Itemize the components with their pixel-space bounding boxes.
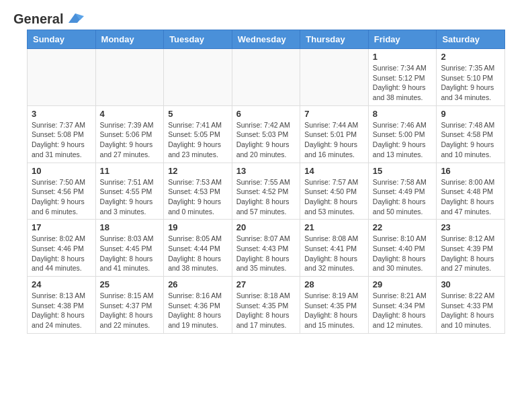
calendar-table: SundayMondayTuesdayWednesdayThursdayFrid…: [27, 30, 505, 334]
day-number: 26: [168, 279, 228, 289]
calendar-cell: 24Sunrise: 8:13 AMSunset: 4:38 PMDayligh…: [28, 277, 96, 334]
day-number: 4: [100, 109, 160, 119]
day-number: 5: [168, 109, 228, 119]
calendar-cell: [164, 49, 232, 106]
calendar-cell: 29Sunrise: 8:21 AMSunset: 4:34 PMDayligh…: [368, 277, 437, 334]
day-info: Sunrise: 8:13 AMSunset: 4:38 PMDaylight:…: [32, 291, 91, 330]
day-info: Sunrise: 7:55 AMSunset: 4:52 PMDaylight:…: [236, 177, 296, 217]
logo-general: General: [13, 11, 63, 27]
day-info: Sunrise: 7:35 AMSunset: 5:10 PMDaylight:…: [441, 63, 500, 103]
day-info: Sunrise: 8:18 AMSunset: 4:35 PMDaylight:…: [236, 291, 296, 330]
day-info: Sunrise: 7:42 AMSunset: 5:03 PMDaylight:…: [236, 120, 296, 160]
calendar-week-4: 24Sunrise: 8:13 AMSunset: 4:38 PMDayligh…: [28, 277, 505, 334]
calendar-cell: 13Sunrise: 7:55 AMSunset: 4:52 PMDayligh…: [232, 163, 300, 220]
day-info: Sunrise: 7:34 AMSunset: 5:12 PMDaylight:…: [373, 63, 433, 103]
calendar-week-3: 17Sunrise: 8:02 AMSunset: 4:46 PMDayligh…: [28, 220, 505, 277]
day-number: 29: [373, 279, 433, 289]
day-number: 2: [441, 52, 500, 62]
calendar-cell: 22Sunrise: 8:10 AMSunset: 4:40 PMDayligh…: [368, 220, 437, 277]
day-number: 25: [100, 279, 160, 289]
calendar-wrapper: SundayMondayTuesdayWednesdayThursdayFrid…: [0, 30, 532, 347]
day-info: Sunrise: 8:22 AMSunset: 4:33 PMDaylight:…: [441, 291, 500, 330]
calendar-cell: 2Sunrise: 7:35 AMSunset: 5:10 PMDaylight…: [437, 49, 505, 106]
calendar-header-tuesday: Tuesday: [164, 30, 232, 49]
day-info: Sunrise: 8:07 AMSunset: 4:43 PMDaylight:…: [236, 234, 296, 273]
logo-bird-icon: [65, 11, 85, 27]
day-number: 9: [441, 109, 500, 119]
day-number: 10: [32, 166, 91, 176]
calendar-week-0: 1Sunrise: 7:34 AMSunset: 5:12 PMDaylight…: [28, 49, 505, 106]
calendar-cell: 11Sunrise: 7:51 AMSunset: 4:55 PMDayligh…: [95, 163, 164, 220]
day-info: Sunrise: 7:51 AMSunset: 4:55 PMDaylight:…: [100, 177, 160, 217]
page-container: General SundayMondayTuesdayWednesdayThur…: [0, 0, 532, 347]
calendar-cell: 14Sunrise: 7:57 AMSunset: 4:50 PMDayligh…: [300, 163, 369, 220]
calendar-cell: 12Sunrise: 7:53 AMSunset: 4:53 PMDayligh…: [164, 163, 232, 220]
day-info: Sunrise: 7:53 AMSunset: 4:53 PMDaylight:…: [168, 177, 228, 217]
calendar-header-thursday: Thursday: [300, 30, 369, 49]
calendar-cell: 28Sunrise: 8:19 AMSunset: 4:35 PMDayligh…: [300, 277, 369, 334]
logo-text: General: [13, 11, 85, 24]
calendar-cell: [95, 49, 164, 106]
calendar-cell: 25Sunrise: 8:15 AMSunset: 4:37 PMDayligh…: [95, 277, 164, 334]
day-info: Sunrise: 7:46 AMSunset: 5:00 PMDaylight:…: [373, 120, 433, 160]
calendar-cell: 21Sunrise: 8:08 AMSunset: 4:41 PMDayligh…: [300, 220, 369, 277]
day-info: Sunrise: 8:00 AMSunset: 4:48 PMDaylight:…: [441, 177, 500, 217]
calendar-cell: 26Sunrise: 8:16 AMSunset: 4:36 PMDayligh…: [164, 277, 232, 334]
day-info: Sunrise: 8:19 AMSunset: 4:35 PMDaylight:…: [304, 291, 364, 330]
day-number: 19: [168, 222, 228, 232]
calendar-cell: 6Sunrise: 7:42 AMSunset: 5:03 PMDaylight…: [232, 105, 300, 163]
calendar-cell: 17Sunrise: 8:02 AMSunset: 4:46 PMDayligh…: [28, 220, 96, 277]
calendar-cell: 9Sunrise: 7:48 AMSunset: 4:58 PMDaylight…: [437, 105, 505, 163]
calendar-cell: [300, 49, 369, 106]
day-info: Sunrise: 8:02 AMSunset: 4:46 PMDaylight:…: [32, 234, 91, 273]
day-info: Sunrise: 7:39 AMSunset: 5:06 PMDaylight:…: [100, 120, 160, 160]
day-number: 15: [373, 166, 433, 176]
day-info: Sunrise: 7:48 AMSunset: 4:58 PMDaylight:…: [441, 120, 500, 160]
day-number: 17: [32, 222, 91, 232]
day-number: 11: [100, 166, 160, 176]
calendar-cell: 23Sunrise: 8:12 AMSunset: 4:39 PMDayligh…: [437, 220, 505, 277]
calendar-header-saturday: Saturday: [437, 30, 505, 49]
day-number: 8: [373, 109, 433, 119]
day-number: 6: [236, 109, 296, 119]
day-info: Sunrise: 8:12 AMSunset: 4:39 PMDaylight:…: [441, 234, 500, 273]
day-number: 7: [304, 109, 364, 119]
day-number: 13: [236, 166, 296, 176]
calendar-cell: 10Sunrise: 7:50 AMSunset: 4:56 PMDayligh…: [28, 163, 96, 220]
calendar-cell: 8Sunrise: 7:46 AMSunset: 5:00 PMDaylight…: [368, 105, 437, 163]
calendar-week-1: 3Sunrise: 7:37 AMSunset: 5:08 PMDaylight…: [28, 105, 505, 163]
calendar-cell: [232, 49, 300, 106]
calendar-cell: 16Sunrise: 8:00 AMSunset: 4:48 PMDayligh…: [437, 163, 505, 220]
calendar-week-2: 10Sunrise: 7:50 AMSunset: 4:56 PMDayligh…: [28, 163, 505, 220]
logo: General: [13, 11, 85, 24]
day-info: Sunrise: 7:44 AMSunset: 5:01 PMDaylight:…: [304, 120, 364, 160]
day-info: Sunrise: 8:15 AMSunset: 4:37 PMDaylight:…: [100, 291, 160, 330]
day-info: Sunrise: 8:03 AMSunset: 4:45 PMDaylight:…: [100, 234, 160, 273]
calendar-cell: 5Sunrise: 7:41 AMSunset: 5:05 PMDaylight…: [164, 105, 232, 163]
calendar-header-row: SundayMondayTuesdayWednesdayThursdayFrid…: [28, 30, 505, 49]
day-number: 12: [168, 166, 228, 176]
day-number: 16: [441, 166, 500, 176]
day-info: Sunrise: 8:08 AMSunset: 4:41 PMDaylight:…: [304, 234, 364, 273]
day-number: 20: [236, 222, 296, 232]
day-number: 21: [304, 222, 364, 232]
calendar-cell: 7Sunrise: 7:44 AMSunset: 5:01 PMDaylight…: [300, 105, 369, 163]
calendar-cell: 15Sunrise: 7:58 AMSunset: 4:49 PMDayligh…: [368, 163, 437, 220]
day-number: 18: [100, 222, 160, 232]
day-number: 27: [236, 279, 296, 289]
day-info: Sunrise: 7:57 AMSunset: 4:50 PMDaylight:…: [304, 177, 364, 217]
calendar-cell: 27Sunrise: 8:18 AMSunset: 4:35 PMDayligh…: [232, 277, 300, 334]
day-info: Sunrise: 7:41 AMSunset: 5:05 PMDaylight:…: [168, 120, 228, 160]
calendar-cell: [28, 49, 96, 106]
day-info: Sunrise: 7:37 AMSunset: 5:08 PMDaylight:…: [32, 120, 91, 160]
day-number: 24: [32, 279, 91, 289]
day-info: Sunrise: 7:50 AMSunset: 4:56 PMDaylight:…: [32, 177, 91, 217]
day-number: 22: [373, 222, 433, 232]
day-number: 23: [441, 222, 500, 232]
day-number: 30: [441, 279, 500, 289]
calendar-header-monday: Monday: [95, 30, 164, 49]
calendar-cell: 20Sunrise: 8:07 AMSunset: 4:43 PMDayligh…: [232, 220, 300, 277]
calendar-cell: 1Sunrise: 7:34 AMSunset: 5:12 PMDaylight…: [368, 49, 437, 106]
day-number: 28: [304, 279, 364, 289]
calendar-header-wednesday: Wednesday: [232, 30, 300, 49]
